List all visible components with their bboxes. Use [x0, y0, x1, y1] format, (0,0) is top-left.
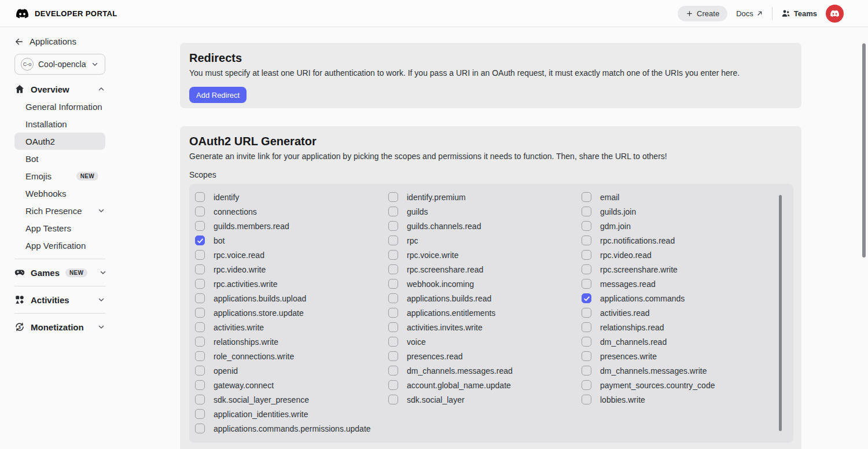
docs-link[interactable]: Docs — [736, 9, 763, 18]
scope-row-rpc.voice.write[interactable]: rpc.voice.write — [388, 248, 582, 262]
checkbox-unchecked[interactable] — [388, 207, 398, 216]
sidebar-item-oauth2[interactable]: OAuth2 — [14, 133, 105, 150]
scope-row-applications.builds.read[interactable]: applications.builds.read — [388, 291, 582, 306]
checkbox-unchecked[interactable] — [388, 351, 398, 361]
checkbox-unchecked[interactable] — [195, 395, 205, 404]
checkbox-checked[interactable] — [195, 235, 205, 245]
scope-row-rpc.screenshare.read[interactable]: rpc.screenshare.read — [388, 262, 582, 277]
scope-row-dm_channels.messages.write[interactable]: dm_channels.messages.write — [582, 363, 775, 378]
scope-row-guilds.join[interactable]: guilds.join — [582, 204, 775, 219]
checkbox-unchecked[interactable] — [582, 395, 591, 404]
checkbox-unchecked[interactable] — [582, 366, 591, 376]
checkbox-unchecked[interactable] — [195, 207, 205, 216]
checkbox-unchecked[interactable] — [582, 192, 591, 202]
scope-row-relationships.write[interactable]: relationships.write — [195, 334, 388, 349]
sidebar-item-monetization[interactable]: $Monetization — [14, 318, 105, 336]
checkbox-unchecked[interactable] — [582, 380, 591, 390]
sidebar-item-games[interactable]: GamesNEW — [14, 264, 105, 281]
scope-row-applications.commands[interactable]: applications.commands — [582, 291, 775, 306]
checkbox-unchecked[interactable] — [195, 366, 205, 376]
checkbox-unchecked[interactable] — [195, 308, 205, 318]
scope-row-email[interactable]: email — [582, 190, 775, 204]
checkbox-unchecked[interactable] — [195, 250, 205, 260]
sidebar-item-rich-presence[interactable]: Rich Presence — [14, 202, 105, 219]
sidebar-item-bot[interactable]: Bot — [14, 150, 105, 167]
checkbox-unchecked[interactable] — [195, 409, 205, 419]
app-selector-dropdown[interactable]: C-o Cool-openclaw — [14, 54, 105, 75]
checkbox-unchecked[interactable] — [195, 380, 205, 390]
scope-row-connections[interactable]: connections — [195, 204, 388, 219]
scope-row-dm_channels.read[interactable]: dm_channels.read — [582, 334, 775, 349]
scope-row-identify.premium[interactable]: identify.premium — [388, 190, 582, 204]
checkbox-unchecked[interactable] — [195, 337, 205, 347]
sidebar-item-installation[interactable]: Installation — [14, 115, 105, 133]
checkbox-unchecked[interactable] — [195, 192, 205, 202]
scope-row-rpc.voice.read[interactable]: rpc.voice.read — [195, 248, 388, 262]
scope-row-rpc.activities.write[interactable]: rpc.activities.write — [195, 277, 388, 291]
checkbox-unchecked[interactable] — [388, 279, 398, 289]
scope-row-rpc.video.write[interactable]: rpc.video.write — [195, 262, 388, 277]
scope-row-role_connections.write[interactable]: role_connections.write — [195, 349, 388, 363]
scope-row-guilds.members.read[interactable]: guilds.members.read — [195, 219, 388, 233]
scope-row-identify[interactable]: identify — [195, 190, 388, 204]
checkbox-unchecked[interactable] — [195, 322, 205, 332]
scope-row-applications.entitlements[interactable]: applications.entitlements — [388, 306, 582, 320]
checkbox-unchecked[interactable] — [582, 235, 591, 245]
sidebar-item-emojis[interactable]: EmojisNEW — [14, 167, 105, 185]
scope-row-relationships.read[interactable]: relationships.read — [582, 320, 775, 334]
sidebar-item-webhooks[interactable]: Webhooks — [14, 185, 105, 202]
checkbox-unchecked[interactable] — [195, 221, 205, 231]
checkbox-unchecked[interactable] — [388, 380, 398, 390]
sidebar-item-app-testers[interactable]: App Testers — [14, 219, 105, 237]
scope-row-presences.write[interactable]: presences.write — [582, 349, 775, 363]
checkbox-unchecked[interactable] — [582, 308, 591, 318]
sidebar-item-general-information[interactable]: General Information — [14, 98, 105, 115]
scope-row-sdk.social_layer_presence[interactable]: sdk.social_layer_presence — [195, 392, 388, 407]
checkbox-unchecked[interactable] — [582, 207, 591, 216]
scope-row-messages.read[interactable]: messages.read — [582, 277, 775, 291]
scope-row-rpc.notifications.read[interactable]: rpc.notifications.read — [582, 233, 775, 248]
checkbox-unchecked[interactable] — [582, 221, 591, 231]
scope-row-voice[interactable]: voice — [388, 334, 582, 349]
checkbox-checked[interactable] — [582, 293, 591, 303]
scope-row-activities.invites.write[interactable]: activities.invites.write — [388, 320, 582, 334]
checkbox-unchecked[interactable] — [582, 337, 591, 347]
scope-row-webhook.incoming[interactable]: webhook.incoming — [388, 277, 582, 291]
scope-row-guilds.channels.read[interactable]: guilds.channels.read — [388, 219, 582, 233]
scope-row-applications.builds.upload[interactable]: applications.builds.upload — [195, 291, 388, 306]
scope-row-activities.read[interactable]: activities.read — [582, 306, 775, 320]
checkbox-unchecked[interactable] — [388, 192, 398, 202]
page-scrollbar[interactable] — [862, 43, 866, 257]
checkbox-unchecked[interactable] — [195, 264, 205, 274]
create-button[interactable]: Create — [678, 6, 727, 21]
teams-link[interactable]: Teams — [781, 9, 817, 18]
checkbox-unchecked[interactable] — [195, 424, 205, 433]
scopes-scrollbar[interactable] — [779, 195, 782, 431]
checkbox-unchecked[interactable] — [388, 322, 398, 332]
scope-row-applications.store.update[interactable]: applications.store.update — [195, 306, 388, 320]
scope-row-bot[interactable]: bot — [195, 233, 388, 248]
scope-row-payment_sources.country_code[interactable]: payment_sources.country_code — [582, 378, 775, 392]
scope-row-application_identities.write[interactable]: application_identities.write — [195, 407, 388, 421]
scope-row-gateway.connect[interactable]: gateway.connect — [195, 378, 388, 392]
checkbox-unchecked[interactable] — [582, 279, 591, 289]
checkbox-unchecked[interactable] — [388, 264, 398, 274]
checkbox-unchecked[interactable] — [388, 337, 398, 347]
scope-row-openid[interactable]: openid — [195, 363, 388, 378]
checkbox-unchecked[interactable] — [582, 351, 591, 361]
scope-row-rpc.screenshare.write[interactable]: rpc.screenshare.write — [582, 262, 775, 277]
checkbox-unchecked[interactable] — [388, 395, 398, 404]
scope-row-sdk.social_layer[interactable]: sdk.social_layer — [388, 392, 582, 407]
checkbox-unchecked[interactable] — [195, 279, 205, 289]
checkbox-unchecked[interactable] — [195, 293, 205, 303]
scope-row-applications.commands.permissions.update[interactable]: applications.commands.permissions.update — [195, 421, 388, 436]
checkbox-unchecked[interactable] — [388, 308, 398, 318]
scope-row-rpc.video.read[interactable]: rpc.video.read — [582, 248, 775, 262]
scope-row-dm_channels.messages.read[interactable]: dm_channels.messages.read — [388, 363, 582, 378]
back-to-applications-link[interactable]: Applications — [14, 36, 105, 46]
checkbox-unchecked[interactable] — [388, 235, 398, 245]
scope-row-guilds[interactable]: guilds — [388, 204, 582, 219]
checkbox-unchecked[interactable] — [582, 250, 591, 260]
sidebar-item-overview[interactable]: Overview — [14, 80, 105, 98]
scope-row-gdm.join[interactable]: gdm.join — [582, 219, 775, 233]
